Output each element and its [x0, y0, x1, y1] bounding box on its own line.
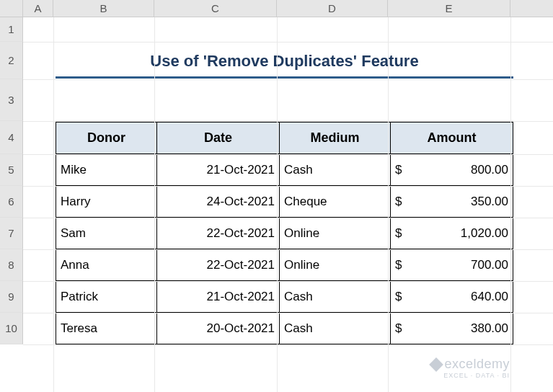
- cell-medium[interactable]: Cash: [280, 154, 391, 186]
- title-block: Use of 'Remove Duplicates' Feature: [56, 52, 513, 79]
- cell-amount[interactable]: $350.00: [391, 186, 513, 218]
- row-headers: 12345678910: [0, 17, 23, 344]
- table-row: Sam22-Oct-2021Online$1,020.00: [56, 218, 513, 249]
- cell-donor[interactable]: Teresa: [56, 313, 157, 344]
- row-header-5[interactable]: 5: [0, 154, 23, 186]
- row-header-7[interactable]: 7: [0, 218, 23, 249]
- column-header-A[interactable]: A: [23, 0, 53, 17]
- row-header-4[interactable]: 4: [0, 121, 23, 154]
- header-medium[interactable]: Medium: [280, 122, 391, 154]
- data-table: Donor Date Medium Amount Mike21-Oct-2021…: [56, 122, 513, 344]
- amount-value: 700.00: [471, 258, 508, 272]
- column-headers: ABCDE: [0, 0, 553, 17]
- cell-date[interactable]: 20-Oct-2021: [157, 313, 280, 344]
- cell-medium[interactable]: Online: [280, 218, 391, 249]
- cell-donor[interactable]: Mike: [56, 154, 157, 186]
- gridline-horizontal: [23, 79, 553, 80]
- cell-donor[interactable]: Patrick: [56, 281, 157, 313]
- cell-amount[interactable]: $380.00: [391, 313, 513, 344]
- cell-donor[interactable]: Harry: [56, 186, 157, 218]
- cell-medium[interactable]: Online: [280, 249, 391, 281]
- gridline-horizontal: [23, 186, 553, 187]
- title-underline: [56, 76, 513, 79]
- table-row: Mike21-Oct-2021Cash$800.00: [56, 154, 513, 186]
- table-header-row: Donor Date Medium Amount: [56, 122, 513, 154]
- cell-amount[interactable]: $700.00: [391, 249, 513, 281]
- column-header-D[interactable]: D: [277, 0, 388, 17]
- column-header-B[interactable]: B: [53, 0, 154, 17]
- table-row: Patrick21-Oct-2021Cash$640.00: [56, 281, 513, 313]
- cell-donor[interactable]: Anna: [56, 249, 157, 281]
- page-title: Use of 'Remove Duplicates' Feature: [56, 52, 513, 75]
- table-row: Harry24-Oct-2021Cheque$350.00: [56, 186, 513, 218]
- header-date[interactable]: Date: [157, 122, 280, 154]
- table-row: Teresa20-Oct-2021Cash$380.00: [56, 313, 513, 344]
- row-header-10[interactable]: 10: [0, 313, 23, 344]
- gridline-vertical: [277, 17, 278, 392]
- currency-symbol: $: [395, 226, 402, 241]
- row-header-1[interactable]: 1: [0, 17, 23, 42]
- row-header-8[interactable]: 8: [0, 249, 23, 281]
- cell-amount[interactable]: $640.00: [391, 281, 513, 313]
- currency-symbol: $: [395, 258, 402, 272]
- amount-value: 640.00: [471, 290, 508, 304]
- sheet-area[interactable]: Use of 'Remove Duplicates' Feature Donor…: [23, 17, 553, 392]
- watermark-brand: exceldemy: [444, 357, 510, 372]
- row-header-6[interactable]: 6: [0, 186, 23, 218]
- gridline-vertical: [53, 17, 54, 392]
- gridline-vertical: [510, 17, 511, 392]
- gridline-horizontal: [23, 121, 553, 122]
- row-header-2[interactable]: 2: [0, 42, 23, 79]
- currency-symbol: $: [395, 163, 402, 177]
- cell-date[interactable]: 24-Oct-2021: [157, 186, 280, 218]
- cell-medium[interactable]: Cheque: [280, 186, 391, 218]
- gridline-horizontal: [23, 218, 553, 218]
- gridline-vertical: [388, 17, 389, 392]
- row-header-3[interactable]: 3: [0, 79, 23, 121]
- gridline-horizontal: [23, 154, 553, 155]
- cell-medium[interactable]: Cash: [280, 281, 391, 313]
- amount-value: 350.00: [471, 195, 508, 209]
- watermark: exceldemy EXCEL · DATA · BI: [431, 357, 510, 379]
- gridline-horizontal: [23, 281, 553, 282]
- gridline-horizontal: [23, 313, 553, 313]
- cell-date[interactable]: 21-Oct-2021: [157, 281, 280, 313]
- amount-value: 380.00: [471, 321, 508, 336]
- spreadsheet-grid: ABCDE 12345678910 Use of 'Remove Duplica…: [0, 0, 553, 392]
- header-amount[interactable]: Amount: [391, 122, 513, 154]
- cell-amount[interactable]: $1,020.00: [391, 218, 513, 249]
- gridline-horizontal: [23, 344, 553, 345]
- cell-amount[interactable]: $800.00: [391, 154, 513, 186]
- amount-value: 800.00: [471, 163, 508, 177]
- row-header-9[interactable]: 9: [0, 281, 23, 313]
- cube-icon: [430, 357, 444, 372]
- cell-medium[interactable]: Cash: [280, 313, 391, 344]
- cell-date[interactable]: 22-Oct-2021: [157, 218, 280, 249]
- gridline-vertical: [154, 17, 155, 392]
- table-row: Anna22-Oct-2021Online$700.00: [56, 249, 513, 281]
- watermark-tag: EXCEL · DATA · BI: [431, 372, 510, 379]
- header-donor[interactable]: Donor: [56, 122, 157, 154]
- gridline-horizontal: [23, 249, 553, 250]
- cell-date[interactable]: 21-Oct-2021: [157, 154, 280, 186]
- gridline-horizontal: [23, 42, 553, 43]
- column-header-C[interactable]: C: [154, 0, 277, 17]
- select-all-corner[interactable]: [0, 0, 23, 17]
- cell-date[interactable]: 22-Oct-2021: [157, 249, 280, 281]
- amount-value: 1,020.00: [461, 226, 508, 241]
- currency-symbol: $: [395, 321, 402, 336]
- cell-donor[interactable]: Sam: [56, 218, 157, 249]
- column-header-E[interactable]: E: [388, 0, 510, 17]
- currency-symbol: $: [395, 290, 402, 304]
- currency-symbol: $: [395, 195, 402, 209]
